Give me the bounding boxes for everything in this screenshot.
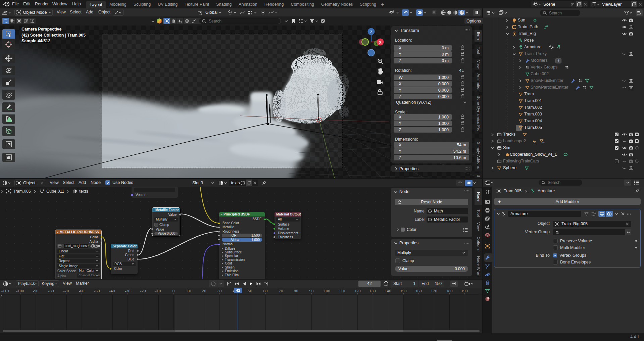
svg-text:4: 4 — [559, 47, 560, 49]
svg-text:31: 31 — [534, 141, 537, 144]
svg-text:X: X — [379, 40, 382, 44]
svg-text:70: 70 — [542, 141, 545, 144]
svg-text:Z: Z — [370, 30, 373, 34]
